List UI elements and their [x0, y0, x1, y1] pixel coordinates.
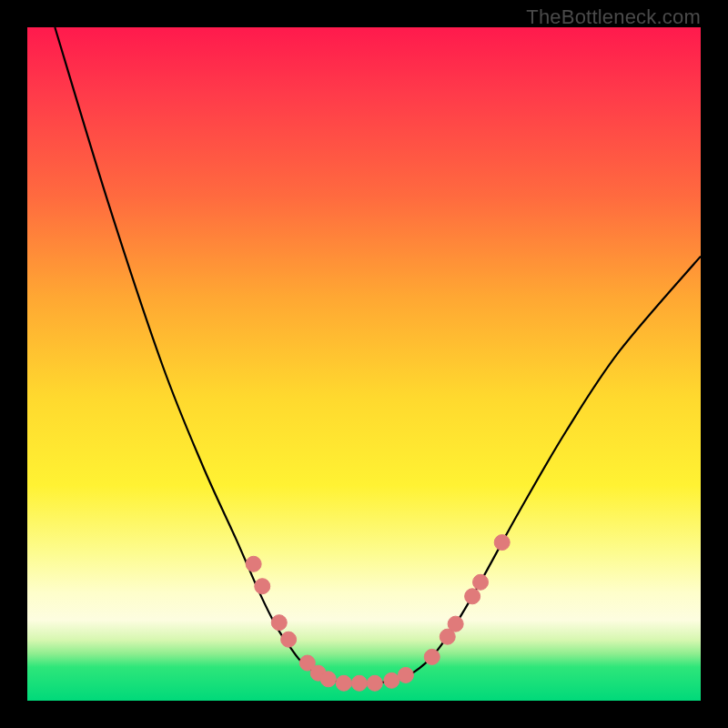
- chart-area: [27, 27, 701, 701]
- data-point: [448, 616, 463, 632]
- data-point: [246, 556, 261, 571]
- bottleneck-curve: [55, 27, 701, 683]
- data-point: [255, 579, 270, 594]
- data-point: [320, 672, 336, 687]
- bottleneck-curve-svg: [27, 27, 701, 701]
- data-point: [424, 649, 440, 664]
- watermark-text: TheBottleneck.com: [526, 5, 701, 29]
- data-point: [384, 672, 399, 688]
- data-point: [367, 675, 382, 691]
- data-point: [351, 675, 367, 691]
- data-points-group: [246, 535, 510, 692]
- data-point: [473, 574, 489, 590]
- data-point: [336, 675, 351, 691]
- data-point: [494, 535, 510, 551]
- data-point: [465, 589, 480, 604]
- data-point: [281, 632, 297, 647]
- data-point: [398, 667, 413, 682]
- data-point: [271, 615, 287, 631]
